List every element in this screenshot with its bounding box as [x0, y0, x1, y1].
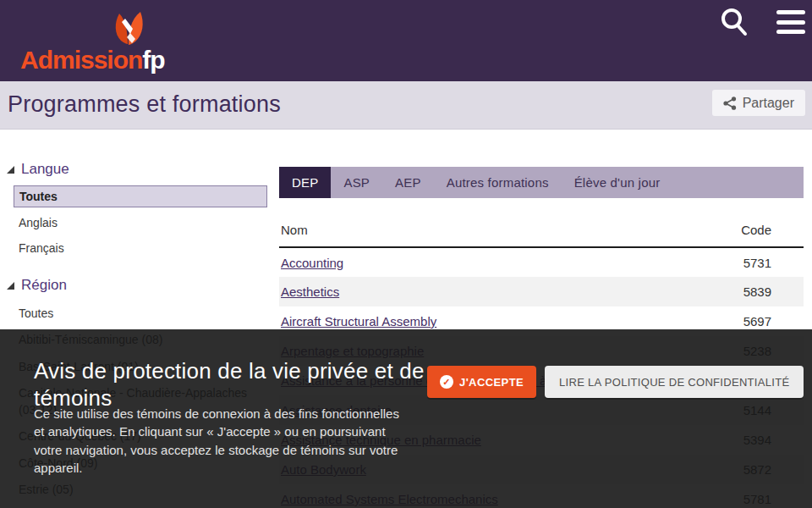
filter-group-language: Langue ToutesAnglaisFrançais	[7, 161, 267, 258]
tab-asp[interactable]: ASP	[331, 167, 382, 198]
menu-bar	[776, 20, 805, 25]
region-group-header[interactable]: Région	[7, 277, 267, 294]
title-bar: Programmes et formations Partager	[0, 81, 812, 130]
logo-text-main: Admission	[20, 46, 142, 74]
logo-wordmark: Admissionfp	[20, 46, 165, 75]
tab-autres-formations[interactable]: Autres formations	[434, 167, 562, 198]
check-circle-icon: ✓	[440, 375, 453, 389]
admissionfp-logo[interactable]: Admissionfp	[19, 8, 162, 75]
page-canvas: Admissionfp Programmes et formations Par…	[0, 0, 812, 508]
menu-bar	[776, 10, 805, 14]
logo-text-suffix: fp	[142, 46, 164, 74]
share-label: Partager	[743, 96, 794, 111]
region-group-title: Région	[21, 277, 67, 294]
language-option-toutes[interactable]: Toutes	[14, 185, 267, 207]
menu-bar	[776, 30, 805, 34]
program-link-aircraft-structural-assembly[interactable]: Aircraft Structural Assembly	[281, 314, 436, 329]
table-row: Accounting5731	[279, 247, 804, 277]
program-code-cell: 5731	[694, 247, 804, 277]
tab-dep[interactable]: DEP	[279, 167, 331, 198]
column-header-nom[interactable]: Nom	[279, 216, 694, 247]
collapse-triangle-icon	[7, 282, 14, 290]
program-code-cell: 5839	[694, 277, 804, 306]
site-header: Admissionfp	[0, 0, 812, 81]
language-group-title: Langue	[21, 161, 69, 178]
page-title: Programmes et formations	[8, 91, 281, 118]
language-group-header[interactable]: Langue	[7, 161, 267, 178]
tab-bar: DEPASPAEPAutres formationsÉlève d'un jou…	[279, 167, 804, 198]
column-header-code[interactable]: Code	[694, 216, 804, 247]
tab-aep[interactable]: AEP	[382, 167, 434, 198]
language-options: ToutesAnglaisFrançais	[7, 185, 267, 258]
collapse-triangle-icon	[7, 166, 14, 174]
cookie-banner-buttons: ✓ J'ACCEPTE LIRE LA POLITIQUE DE CONFIDE…	[427, 366, 804, 398]
tab-eleve-d-un-jour[interactable]: Élève d'un jour	[562, 167, 673, 198]
fox-logo-icon	[112, 12, 145, 49]
table-header-row: Nom Code	[279, 216, 804, 247]
search-icon[interactable]	[719, 7, 749, 37]
language-option-francais[interactable]: Français	[14, 238, 267, 258]
program-link-aesthetics[interactable]: Aesthetics	[281, 284, 339, 299]
program-link-accounting[interactable]: Accounting	[281, 256, 343, 270]
region-option-toutes[interactable]: Toutes	[14, 301, 267, 325]
hamburger-menu-icon[interactable]	[776, 8, 805, 36]
accept-label: J'ACCEPTE	[459, 376, 524, 389]
cookie-banner-text: Ce site utilise des témoins de connexion…	[34, 405, 409, 477]
program-name-cell: Aesthetics	[279, 277, 694, 306]
table-row: Aesthetics5839	[279, 277, 804, 306]
cookie-banner-title: Avis de protection de la vie privée et d…	[34, 358, 438, 411]
program-name-cell: Accounting	[279, 247, 694, 277]
cookie-consent-banner: Avis de protection de la vie privée et d…	[0, 329, 812, 508]
privacy-policy-button[interactable]: LIRE LA POLITIQUE DE CONFIDENTIALITÉ	[545, 366, 804, 398]
share-icon	[723, 97, 737, 110]
accept-cookies-button[interactable]: ✓ J'ACCEPTE	[427, 366, 536, 398]
share-button[interactable]: Partager	[712, 90, 805, 116]
language-option-anglais[interactable]: Anglais	[14, 213, 267, 233]
